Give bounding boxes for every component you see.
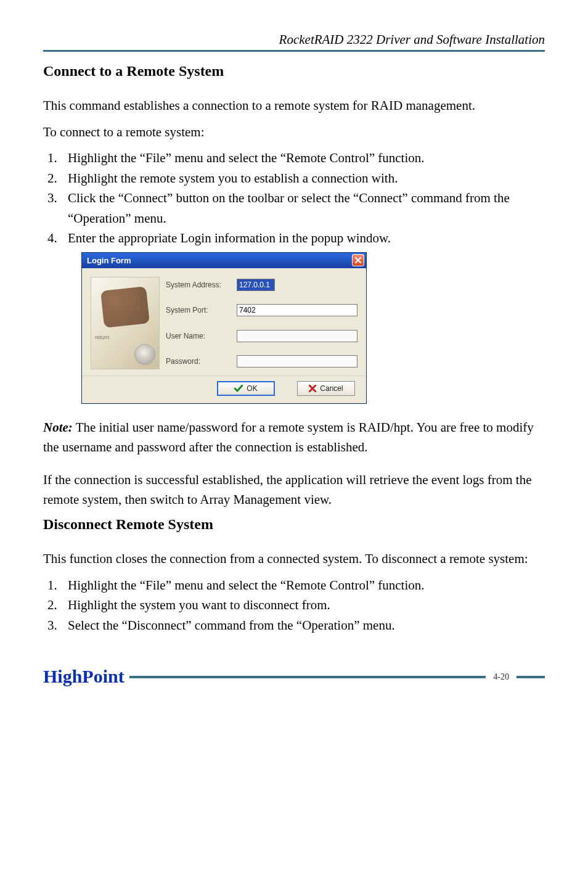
list-item: Enter the appropriate Login information … <box>60 228 545 248</box>
connect-steps-list: Highlight the “File” menu and select the… <box>43 148 545 248</box>
page-number: 4-20 <box>491 672 512 682</box>
disconnect-intro: This function closes the connection from… <box>43 549 545 569</box>
label-password: Password: <box>166 357 231 366</box>
connect-intro-1: This command establishes a connection to… <box>43 96 545 116</box>
after-note-para: If the connection is successful establis… <box>43 470 545 510</box>
note-label: Note: <box>43 420 73 435</box>
connect-intro-2: To connect to a remote system: <box>43 122 545 142</box>
label-system-address: System Address: <box>166 281 231 289</box>
system-port-input[interactable] <box>237 304 357 316</box>
list-item: Click the “Connect” button on the toolba… <box>60 188 545 228</box>
ok-button[interactable]: OK <box>217 381 275 396</box>
highpoint-logo: HighPoint <box>43 667 125 687</box>
dialog-title: Login Form <box>87 256 352 265</box>
x-icon <box>309 385 316 392</box>
dialog-body: return System Address: System Port: User… <box>82 268 366 376</box>
heading-connect: Connect to a Remote System <box>43 63 545 80</box>
label-user-name: User Name: <box>166 332 231 340</box>
header-divider <box>43 50 545 52</box>
dialog-button-row: OK Cancel <box>82 376 366 403</box>
label-system-port: System Port: <box>166 306 231 314</box>
note-text: The initial user name/password for a rem… <box>43 420 534 455</box>
doc-header-title: RocketRAID 2322 Driver and Software Inst… <box>43 32 545 47</box>
cancel-button-label: Cancel <box>320 384 343 393</box>
artwork-caption: return <box>95 334 110 340</box>
list-item: Highlight the remote system you to estab… <box>60 168 545 189</box>
list-item: Highlight the “File” menu and select the… <box>60 575 545 596</box>
cancel-button[interactable]: Cancel <box>297 381 355 396</box>
list-item: Highlight the system you want to disconn… <box>60 595 545 615</box>
footer-rule <box>129 676 486 678</box>
check-icon <box>234 385 243 392</box>
footer-rule-tail <box>517 676 545 678</box>
system-address-input[interactable] <box>237 279 275 291</box>
close-icon <box>354 257 362 264</box>
dialog-artwork: return <box>91 277 160 369</box>
login-form-dialog: Login Form return System Address: System <box>81 252 367 404</box>
heading-disconnect: Disconnect Remote System <box>43 516 545 533</box>
dialog-fields: System Address: System Port: User Name: … <box>166 277 357 369</box>
list-item: Select the “Disconnect” command from the… <box>60 615 545 636</box>
close-button[interactable] <box>352 254 364 266</box>
ok-button-label: OK <box>247 384 257 393</box>
list-item: Highlight the “File” menu and select the… <box>60 148 545 168</box>
disconnect-steps-list: Highlight the “File” menu and select the… <box>43 575 545 636</box>
user-name-input[interactable] <box>237 330 357 342</box>
page-footer: HighPoint 4-20 <box>43 667 545 687</box>
note-paragraph: Note: The initial user name/password for… <box>43 417 545 458</box>
dialog-titlebar[interactable]: Login Form <box>82 253 366 268</box>
password-input[interactable] <box>237 355 357 368</box>
